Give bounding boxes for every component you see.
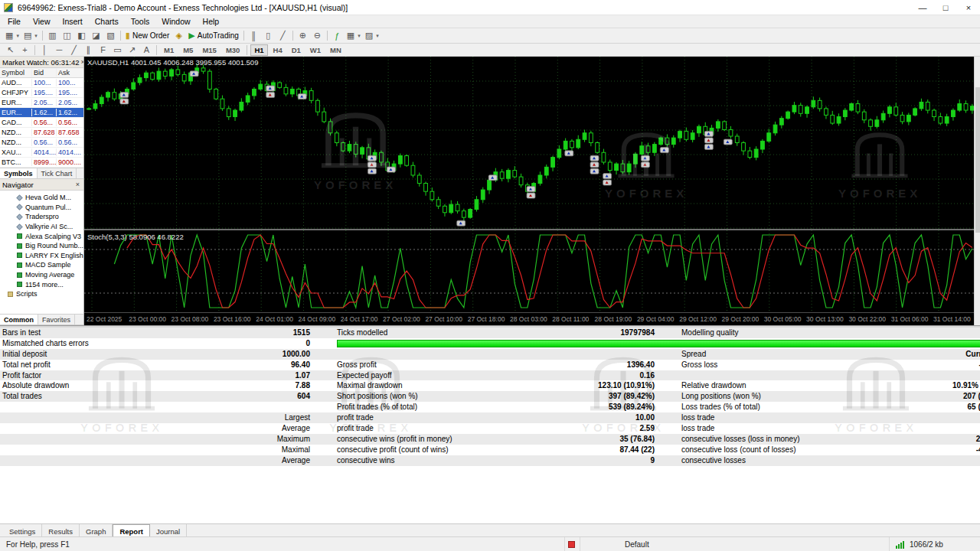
data-window-toggle[interactable]: ◫ [60,29,74,42]
report-label: consecutive profit (count of wins) [337,445,449,454]
navigator-item-label: Valkyrie AI Sc... [25,223,73,230]
close-navigator-button[interactable]: × [74,181,81,188]
market-watch-row[interactable]: EUR...2.05...2.05... [0,98,83,108]
close-button[interactable]: × [957,0,980,15]
tab-settings[interactable]: Settings [3,524,42,536]
symbol-cell: CAD... [0,119,32,126]
tab-journal[interactable]: Journal [150,524,187,536]
toolbar-separator [34,45,35,55]
menu-view[interactable]: View [27,16,57,27]
navigator-item-macd-sample[interactable]: MACD Sample [0,260,83,270]
timeframe-m30[interactable]: M30 [222,44,243,56]
time-axis-label: 29 Oct 20:00 [722,315,760,323]
column-bid[interactable]: Bid [32,69,57,77]
report-label: consecutive wins (profit in money) [337,435,452,443]
timeframe-h1[interactable]: H1 [250,44,267,56]
navigator-item-big-round-numb[interactable]: Big Round Numb... [0,241,83,251]
timeframe-m15[interactable]: M15 [198,44,220,56]
market-watch-row[interactable]: BTC...8999....9000.... [0,158,83,168]
report-value: -20.00 [833,424,980,432]
crosshair-tool[interactable]: + [18,44,32,57]
new-chart-button[interactable]: ▦▾ [3,29,21,42]
timeframe-m5[interactable]: M5 [179,44,197,56]
horizontal-line-tool[interactable]: ─ [52,44,67,57]
navigator-item-scripts[interactable]: Scripts [0,289,83,299]
column-ask[interactable]: Ask [57,69,81,77]
channel-tool[interactable]: ∥ [81,44,96,57]
trendline-tool[interactable]: ╱ [67,44,81,57]
report-label: Mismatched charts errors [2,339,89,347]
navigator-item-heva-gold-m[interactable]: Heva Gold M... [0,193,83,203]
market-watch-row[interactable]: NZD...87.62887.658 [0,128,83,138]
navigator-toggle[interactable]: ◧ [74,29,89,42]
candlestick-pane[interactable] [84,57,974,229]
menu-insert[interactable]: Insert [57,16,89,27]
tab-symbols[interactable]: Symbols [0,168,38,178]
menu-tools[interactable]: Tools [125,16,156,27]
market-watch-toggle[interactable]: ▥ [45,29,60,42]
navigator-item-valkyrie-ai-sc[interactable]: Valkyrie AI Sc... [0,222,83,232]
tab-common[interactable]: Common [0,315,38,324]
zoom-in-button[interactable]: ⊕ [296,29,310,42]
pane-splitter[interactable] [84,229,974,230]
market-watch-row[interactable]: NZD...0.56...0.56... [0,138,83,148]
status-profile[interactable]: Default [580,537,890,551]
indicators-button[interactable]: ƒ [330,29,345,42]
menu-help[interactable]: Help [197,16,226,27]
vertical-line-tool[interactable]: │ [38,44,52,57]
tab-favorites[interactable]: Favorites [38,315,75,324]
navigator-item-traderspro[interactable]: Traderspro [0,212,83,222]
cursor-tool[interactable]: ↖ [3,44,18,57]
new-order-button[interactable]: ▮New Order [123,29,172,42]
menu-charts[interactable]: Charts [89,16,125,27]
timeframe-mn[interactable]: MN [326,44,345,56]
shapes-tool[interactable]: ▭ [110,44,125,57]
timeframe-m1[interactable]: M1 [160,44,178,56]
timeframe-d1[interactable]: D1 [288,44,305,56]
close-market-watch-button[interactable]: × [80,58,83,66]
timeframe-h4[interactable]: H4 [270,44,286,56]
tab-report[interactable]: Report [113,524,150,536]
tab-tick-chart[interactable]: Tick Chart [38,168,77,178]
tab-results[interactable]: Results [42,524,80,536]
navigator-item-quantum-pul[interactable]: Quantum Pul... [0,203,83,213]
minimize-button[interactable]: — [911,0,934,15]
column-symbol[interactable]: Symbol [0,69,32,77]
navigator-item-moving-average[interactable]: Moving Average [0,270,83,280]
terminal-toggle[interactable]: ◪ [89,29,103,42]
menu-file[interactable]: File [2,16,27,27]
market-watch-row[interactable]: CAD...0.56...0.56... [0,118,83,128]
market-watch-row[interactable]: CHFJPY195....195.... [0,88,83,98]
data-window-icon: ◫ [63,31,70,41]
menu-window[interactable]: Window [155,16,196,27]
profiles-button[interactable]: ▤▾ [21,29,40,42]
zoom-out-button[interactable]: ⊖ [310,29,325,42]
bar-chart-button[interactable]: ║ [247,29,261,42]
metaeditor-button[interactable]: ◈ [172,29,186,42]
tab-graph[interactable]: Graph [80,524,113,536]
timeframe-w1[interactable]: W1 [306,44,325,56]
templates-button[interactable]: ▨▾ [363,29,381,42]
price-chart[interactable]: XAUUSD,H1 4001.045 4006.248 3995.955 400… [84,57,974,325]
navigator-item-1154-more[interactable]: 1154 more... [0,279,83,289]
market-watch-row[interactable]: EUR...1.62...1.62... [0,108,83,118]
arrows-tool[interactable]: ↗ [125,44,139,57]
strategy-tester-toggle[interactable]: ▧ [103,29,118,42]
stochastic-pane[interactable] [84,230,974,312]
autotrading-button[interactable]: ▶AutoTrading [186,29,241,42]
maximize-button[interactable]: □ [934,0,957,15]
market-watch-row[interactable]: AUD...100...100... [0,78,83,88]
market-watch-row[interactable]: XAU...4014....4014.... [0,148,83,158]
navigator-item-alexa-scalping-v3[interactable]: Alexa Scalping V3 [0,231,83,241]
chart-scrollbar-thumb[interactable] [975,87,980,233]
ask-cell: 2.05... [57,99,81,106]
periods-button[interactable]: ▦▾ [345,29,363,42]
bar-chart-icon: ║ [250,31,256,41]
candlestick-chart-button[interactable]: ▯ [261,29,276,42]
fibonacci-tool[interactable]: F [96,44,110,57]
text-tool[interactable]: A [139,44,154,57]
navigator-item-larry-fx-english[interactable]: LARRY FX English [0,251,83,261]
navigator-item-label: Big Round Numb... [25,242,83,249]
line-chart-button[interactable]: ╱ [276,29,290,42]
chart-scrollbar[interactable] [974,57,980,325]
